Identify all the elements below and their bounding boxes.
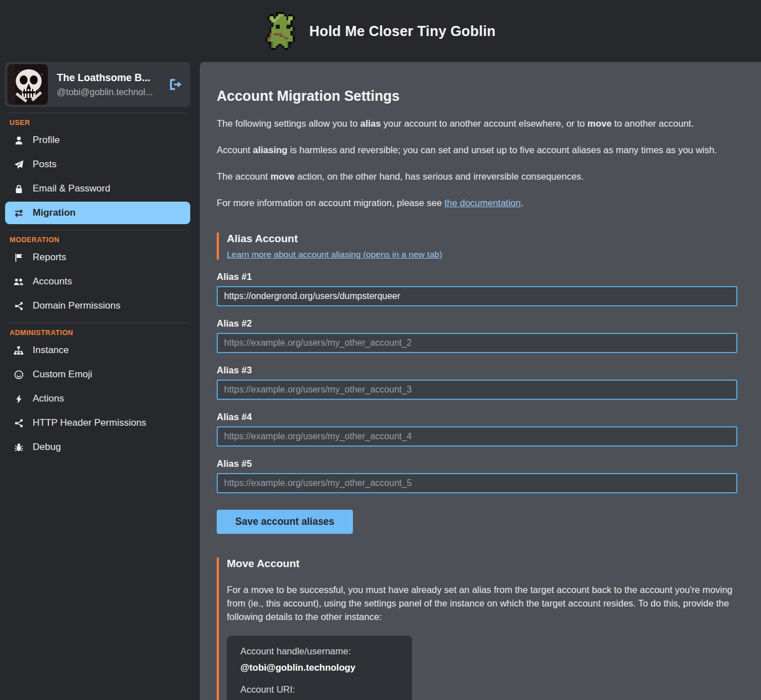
sidebar-item-profile[interactable]: Profile	[5, 129, 190, 151]
alias-learn-more-link[interactable]: Learn more about account aliasing (opens…	[227, 249, 442, 260]
sidebar-item-migration[interactable]: Migration	[5, 202, 190, 224]
alias-section-title: Alias Account	[227, 233, 737, 245]
intro-text: The following settings allow you to alia…	[217, 117, 737, 210]
move-section-title: Move Account	[227, 558, 737, 570]
account-details-box: Account handle/username: @tobi@goblin.te…	[227, 636, 412, 700]
intro-paragraph: The following settings allow you to alia…	[217, 117, 737, 131]
sidebar-item-custom-emoji[interactable]: Custom Emoji	[5, 363, 190, 386]
nav-group-user: USER	[10, 119, 190, 127]
alias-3-input[interactable]	[217, 380, 737, 400]
move-description: For a move to be successful, you must ha…	[227, 583, 733, 624]
sidebar: The Loathsome B... @tobi@goblin.technol.…	[0, 62, 195, 700]
paper-plane-icon	[13, 160, 24, 170]
lock-icon	[13, 184, 24, 194]
move-account-section: Move Account For a move to be successful…	[217, 558, 737, 700]
flag-icon	[13, 253, 24, 262]
sitemap-icon	[13, 346, 24, 355]
sidebar-item-email-password[interactable]: Email & Password	[5, 177, 190, 200]
users-icon	[13, 277, 24, 287]
page-title: Account Migration Settings	[217, 88, 737, 104]
alias-5-input[interactable]	[217, 473, 737, 493]
account-handle-value: @tobi@goblin.technology	[240, 662, 399, 673]
sidebar-item-instance[interactable]: Instance	[5, 339, 190, 362]
sidebar-item-actions[interactable]: Actions	[5, 387, 190, 410]
main-panel: Account Migration Settings The following…	[200, 62, 761, 700]
alias-5-label: Alias #5	[217, 458, 737, 469]
documentation-link[interactable]: the documentation	[444, 198, 521, 208]
share-nodes-icon	[13, 301, 24, 311]
user-card[interactable]: The Loathsome B... @tobi@goblin.technol.…	[5, 62, 190, 107]
sidebar-item-domain-permissions[interactable]: Domain Permissions	[5, 295, 190, 317]
bolt-icon	[13, 394, 24, 404]
alias-3-label: Alias #3	[217, 365, 737, 376]
divider	[7, 323, 188, 323]
user-icon	[13, 136, 24, 145]
transfer-icon	[13, 208, 24, 218]
logout-icon[interactable]	[168, 77, 182, 92]
sidebar-item-posts[interactable]: Posts	[5, 153, 190, 176]
alias-4-input[interactable]	[217, 426, 737, 447]
smiley-icon	[13, 370, 24, 380]
alias-1-input[interactable]	[217, 286, 737, 306]
account-uri-label: Account URI:	[240, 684, 399, 695]
bug-icon	[13, 443, 24, 452]
intro-paragraph: For more information on account migratio…	[217, 197, 737, 210]
app-header: Hold Me Closer Tiny Goblin	[0, 0, 761, 62]
user-display-name: The Loathsome B...	[57, 72, 159, 84]
nav-group-moderation: MODERATION	[10, 236, 190, 244]
alias-form: Alias #1 Alias #2 Alias #3 Alias #4 Alia…	[217, 271, 737, 534]
alias-account-section: Alias Account Learn more about account a…	[217, 233, 737, 260]
divider	[7, 113, 188, 113]
save-aliases-button[interactable]: Save account aliases	[217, 510, 353, 534]
alias-2-label: Alias #2	[217, 318, 737, 329]
avatar	[7, 64, 48, 105]
sidebar-item-debug[interactable]: Debug	[5, 436, 190, 458]
share-nodes-icon	[13, 418, 24, 428]
sidebar-item-reports[interactable]: Reports	[5, 246, 190, 269]
alias-1-label: Alias #1	[217, 271, 737, 282]
sidebar-item-http-header-permissions[interactable]: HTTP Header Permissions	[5, 412, 190, 434]
user-handle: @tobi@goblin.technol...	[57, 87, 159, 97]
sidebar-item-accounts[interactable]: Accounts	[5, 270, 190, 293]
intro-paragraph: Account aliasing is harmless and reversi…	[217, 144, 737, 157]
alias-4-label: Alias #4	[217, 412, 737, 422]
nav-group-administration: ADMINISTRATION	[10, 329, 190, 337]
account-handle-label: Account handle/username:	[240, 646, 399, 657]
goblin-logo-icon	[265, 12, 299, 50]
alias-2-input[interactable]	[217, 333, 737, 353]
app-title: Hold Me Closer Tiny Goblin	[309, 23, 495, 39]
intro-paragraph: The account move action, on the other ha…	[217, 170, 737, 184]
divider	[7, 230, 188, 230]
